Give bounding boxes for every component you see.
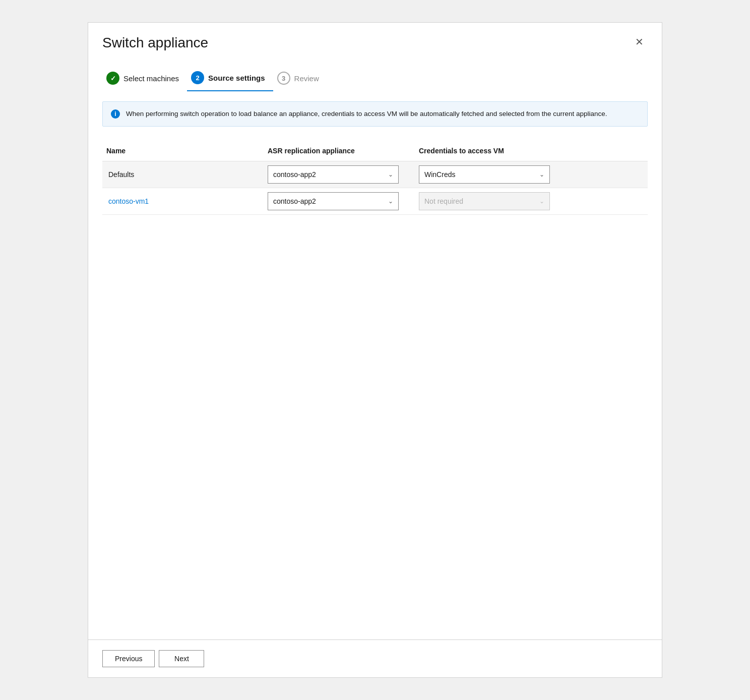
table-header-row: Name ASR replication appliance Credentia…	[102, 141, 648, 161]
row-defaults-credentials-value: WinCreds	[424, 170, 455, 179]
table-header-credentials: Credentials to access VM	[415, 145, 648, 157]
row-vm1-credentials-dropdown: Not required ⌄	[419, 192, 550, 210]
step-label-source-settings: Source settings	[208, 74, 265, 82]
step-label-select-machines: Select machines	[123, 74, 179, 83]
row-defaults-credentials-dropdown[interactable]: WinCreds ⌄	[419, 165, 550, 184]
close-button[interactable]: ✕	[631, 35, 648, 49]
table-header-name: Name	[102, 145, 264, 157]
step-review[interactable]: 3 Review	[273, 68, 327, 91]
row-defaults-appliance-value: contoso-app2	[273, 170, 316, 179]
row-vm1-appliance-dropdown[interactable]: contoso-app2 ⌄	[268, 192, 399, 210]
row-defaults-appliance-arrow: ⌄	[388, 171, 393, 178]
row-defaults-appliance-cell: contoso-app2 ⌄	[264, 161, 415, 188]
row-vm1-credentials-arrow: ⌄	[539, 198, 544, 205]
dialog-body: ✓ Select machines 2 Source settings 3 Re…	[88, 59, 662, 639]
table-row-defaults: Defaults contoso-app2 ⌄ WinCreds ⌄	[102, 161, 648, 188]
info-banner: i When performing switch operation to lo…	[102, 101, 648, 127]
previous-button[interactable]: Previous	[102, 650, 155, 667]
row-vm1-credentials-cell: Not required ⌄	[415, 188, 648, 214]
row-vm1-appliance-cell: contoso-app2 ⌄	[264, 188, 415, 214]
row-vm1-appliance-value: contoso-app2	[273, 197, 316, 205]
dialog-title: Switch appliance	[102, 35, 208, 51]
info-icon: i	[111, 109, 120, 119]
dialog-footer: Previous Next	[88, 639, 662, 677]
info-text: When performing switch operation to load…	[126, 109, 607, 119]
row-defaults-name: Defaults	[102, 166, 264, 183]
row-defaults-appliance-dropdown[interactable]: contoso-app2 ⌄	[268, 165, 399, 184]
step-circle-review: 3	[277, 72, 290, 85]
row-defaults-credentials-cell: WinCreds ⌄	[415, 161, 648, 188]
table-row-vm1: contoso-vm1 contoso-app2 ⌄ Not required …	[102, 188, 648, 215]
step-circle-select-machines: ✓	[106, 72, 119, 85]
step-label-review: Review	[294, 74, 319, 83]
row-defaults-credentials-arrow: ⌄	[539, 171, 544, 178]
table-container: Name ASR replication appliance Credentia…	[102, 141, 648, 215]
step-circle-source-settings: 2	[191, 71, 204, 84]
steps-row: ✓ Select machines 2 Source settings 3 Re…	[102, 59, 648, 101]
switch-appliance-dialog: Switch appliance ✕ ✓ Select machines 2 S…	[88, 22, 662, 678]
row-vm1-name: contoso-vm1	[102, 193, 264, 209]
next-button[interactable]: Next	[159, 650, 204, 667]
step-select-machines[interactable]: ✓ Select machines	[102, 68, 187, 91]
row-vm1-credentials-value: Not required	[424, 197, 463, 205]
table-header-appliance: ASR replication appliance	[264, 145, 415, 157]
step-source-settings[interactable]: 2 Source settings	[187, 67, 273, 91]
row-vm1-name-link[interactable]: contoso-vm1	[108, 197, 149, 205]
row-vm1-appliance-arrow: ⌄	[388, 198, 393, 205]
dialog-header: Switch appliance ✕	[88, 23, 662, 59]
